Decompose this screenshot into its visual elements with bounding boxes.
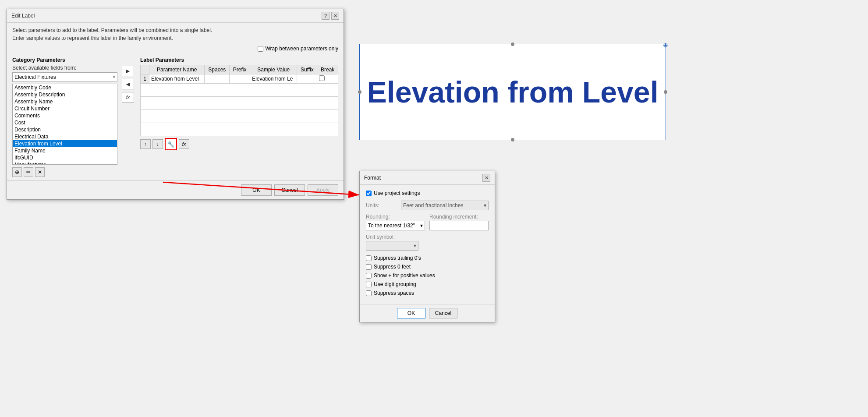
titlebar-controls: ? ✕ (322, 12, 339, 20)
label-bottom-left: ↑ ↓ 🔧 fx (140, 138, 189, 150)
list-item[interactable]: Cost (13, 119, 117, 126)
edit-label-title: Edit Label (11, 13, 35, 19)
rounding-increment-col: Rounding increment: (429, 214, 489, 230)
list-item[interactable]: Family Name (13, 147, 117, 154)
remove-from-label-btn[interactable]: ◄ (122, 79, 134, 89)
move-up-btn[interactable]: ↑ (140, 139, 151, 149)
formula-btn2[interactable]: fx (179, 139, 189, 149)
format-checkboxes: Suppress trailing 0'sSuppress 0 feetShow… (366, 255, 489, 296)
checkbox-row-show_plus: Show + for positive values (366, 272, 489, 279)
use-project-row: Use project settings (366, 190, 489, 196)
close-button[interactable]: ✕ (331, 12, 339, 20)
rounding-increment-input[interactable] (429, 221, 489, 230)
row-num: 1 (141, 74, 149, 84)
list-item[interactable]: IfcGUID (13, 154, 117, 161)
wrap-checkbox[interactable] (258, 46, 263, 52)
col-num (141, 65, 149, 74)
cancel-btn[interactable]: Cancel (274, 184, 305, 196)
list-item[interactable]: Assembly Code (13, 84, 117, 91)
dropdown-value: Electrical Fixtures (14, 74, 56, 80)
handle-top[interactable] (511, 42, 514, 46)
list-item[interactable]: Description (13, 126, 117, 133)
add-to-label-btn[interactable]: ► (122, 66, 134, 76)
dialog-body: Category Parameters Select available fie… (7, 53, 344, 180)
edit-label-dialog: Edit Label ? ✕ Select parameters to add … (7, 9, 344, 200)
rounding-dropdown[interactable]: To the nearest 1/32" ▾ (366, 221, 425, 230)
break-checkbox[interactable] (319, 75, 325, 81)
format-btn[interactable]: 🔧 (165, 138, 177, 150)
unit-symbol-arrow-icon: ▾ (414, 243, 416, 249)
prefix-cell[interactable] (230, 74, 250, 84)
add-param-icon[interactable]: ⊕ (12, 167, 22, 177)
preview-area: ⊕ Elevation from Level (359, 44, 666, 140)
description-line2: Enter sample values to represent this la… (12, 34, 338, 42)
rounding-col: Rounding: To the nearest 1/32" ▾ (366, 214, 425, 230)
use-project-settings-checkbox[interactable] (366, 191, 372, 196)
rounding-label: Rounding: (366, 214, 425, 220)
checkbox-row-use_digit_grouping: Use digit grouping (366, 281, 489, 287)
unit-symbol-dropdown[interactable]: ▾ (366, 241, 418, 251)
suffix-cell[interactable] (297, 74, 317, 84)
help-button[interactable]: ? (322, 12, 329, 20)
format-cancel-btn[interactable]: Cancel (429, 308, 457, 318)
move-down-btn[interactable]: ↓ (152, 139, 163, 149)
format-ok-btn[interactable]: OK (397, 308, 425, 318)
list-item[interactable]: Elevation from Level (13, 140, 117, 147)
format-body: Use project settings Units: Feet and fra… (360, 185, 495, 304)
handle-bottom[interactable] (511, 138, 514, 141)
suppress_trailing-label: Suppress trailing 0's (374, 255, 421, 261)
unit-symbol-row: Unit symbol: ▾ (366, 234, 489, 251)
show_plus-checkbox[interactable] (366, 273, 372, 279)
handle-right[interactable] (664, 90, 667, 94)
ok-btn[interactable]: OK (241, 184, 272, 196)
apply-btn[interactable]: Apply (308, 184, 338, 196)
category-params-panel: Category Parameters Select available fie… (12, 57, 117, 177)
suppress_spaces-label: Suppress spaces (374, 290, 414, 296)
dropdown-arrow-icon: ▾ (113, 75, 115, 79)
list-item[interactable]: Assembly Description (13, 91, 117, 98)
format-title: Format (364, 175, 381, 181)
available-fields-label: Select available fields from: (12, 65, 117, 71)
use-project-settings-label: Use project settings (374, 190, 420, 196)
label-params-panel: Label Parameters Parameter Name Spaces P… (140, 57, 338, 177)
description: Select parameters to add to the label. P… (7, 23, 344, 44)
format-close-btn[interactable]: ✕ (482, 174, 490, 182)
param-list[interactable]: Assembly CodeAssembly DescriptionAssembl… (12, 84, 117, 165)
spaces-cell[interactable] (205, 74, 230, 84)
edit-param-icon[interactable]: ✏ (24, 167, 33, 177)
break-cell[interactable] (317, 74, 338, 84)
suppress_0_feet-checkbox[interactable] (366, 264, 372, 270)
rounding-row: Rounding: To the nearest 1/32" ▾ Roundin… (366, 214, 489, 230)
suppress_trailing-checkbox[interactable] (366, 255, 372, 261)
rounding-increment-label: Rounding increment: (429, 214, 489, 220)
formula-btn[interactable]: fx (122, 92, 134, 102)
middle-buttons: ► ◄ fx (122, 57, 136, 177)
units-value: Feet and fractional inches (403, 202, 463, 208)
list-item[interactable]: Electrical Data (13, 133, 117, 140)
suppress_spaces-checkbox[interactable] (366, 290, 372, 296)
units-label: Units: (366, 202, 401, 208)
preview-corner-icon: ⊕ (663, 42, 668, 49)
checkbox-row-suppress_0_feet: Suppress 0 feet (366, 264, 489, 270)
wrap-checkbox-row: Wrap between parameters only (7, 44, 344, 53)
list-item[interactable]: Manufacturer (13, 161, 117, 165)
category-bottom-icons: ⊕ ✏ ✕ (12, 167, 117, 177)
format-titlebar: Format ✕ (360, 171, 495, 185)
format-footer: OK Cancel (360, 304, 495, 322)
label-params-table: Parameter Name Spaces Prefix Sample Valu… (140, 65, 338, 136)
list-item[interactable]: Comments (13, 112, 117, 119)
param-name-cell: Elevation from Level (149, 74, 205, 84)
col-param-name: Parameter Name (149, 65, 205, 74)
format-dialog: Format ✕ Use project settings Units: Fee… (359, 171, 495, 322)
remove-param-icon[interactable]: ✕ (35, 167, 45, 177)
sample-value-cell[interactable]: Elevation from Le (250, 74, 297, 84)
list-item[interactable]: Circuit Number (13, 105, 117, 112)
suppress_0_feet-label: Suppress 0 feet (374, 264, 411, 270)
wrap-label: Wrap between parameters only (265, 46, 338, 52)
use_digit_grouping-checkbox[interactable] (366, 282, 372, 287)
list-item[interactable]: Assembly Name (13, 98, 117, 105)
show_plus-label: Show + for positive values (374, 272, 435, 279)
handle-left[interactable] (358, 90, 361, 94)
units-dropdown[interactable]: Feet and fractional inches ▾ (401, 201, 489, 210)
electrical-fixtures-dropdown[interactable]: Electrical Fixtures ▾ (12, 72, 117, 82)
